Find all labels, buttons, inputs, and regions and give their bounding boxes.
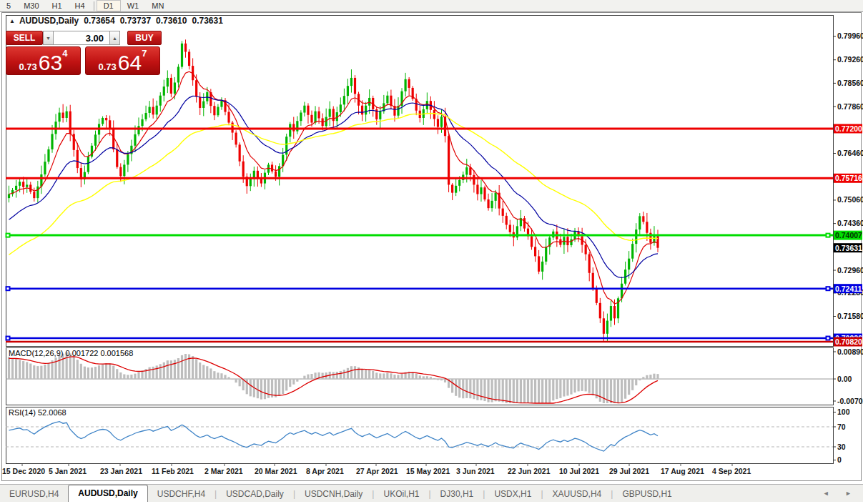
macd-bar xyxy=(19,360,21,379)
candle-body xyxy=(502,209,504,216)
macd-bar xyxy=(224,375,226,379)
candle-body xyxy=(433,110,435,119)
macd-bar xyxy=(541,379,543,403)
date-label: 17 Aug 2021 xyxy=(661,467,704,475)
tab-eurusd-h4[interactable]: EURUSD,H4 xyxy=(0,487,68,502)
candle-body xyxy=(275,172,277,177)
macd-bar xyxy=(87,367,89,379)
timeframe-button-h4[interactable]: H4 xyxy=(69,0,92,11)
candle-body xyxy=(404,79,406,92)
timeframe-button-d1[interactable]: D1 xyxy=(97,0,121,11)
date-label: 29 Jul 2021 xyxy=(609,467,649,475)
volume-down-button[interactable]: ▼ xyxy=(43,31,54,45)
macd-bar xyxy=(527,379,529,403)
timeframe-button-h1[interactable]: H1 xyxy=(46,0,69,11)
candle-body xyxy=(36,187,39,198)
candle-body xyxy=(588,255,591,273)
macd-label: MACD(12,26,9) 0.001722 0.001568 xyxy=(9,349,133,357)
macd-bar xyxy=(365,370,367,379)
tab-audusd-daily[interactable]: AUDUSD,Daily xyxy=(68,485,147,502)
macd-bar xyxy=(102,364,104,379)
macd-bar xyxy=(433,378,435,379)
axis-badge-0.72411-text: 0.72411 xyxy=(835,285,862,293)
macd-bar xyxy=(400,374,403,379)
sell-price-big: 63 xyxy=(39,54,62,72)
axis-badge-0.75716-text: 0.75716 xyxy=(835,174,862,182)
date-label: 4 Sep 2021 xyxy=(712,467,751,475)
chevron-up-icon: ▲ xyxy=(112,36,117,41)
date-label: 27 Apr 2021 xyxy=(356,467,398,475)
price-tick-label: 0.78560 xyxy=(837,79,863,87)
volume-up-button[interactable]: ▲ xyxy=(109,31,120,45)
macd-bar xyxy=(469,379,471,398)
macd-bar xyxy=(22,361,24,379)
candle-body xyxy=(300,113,302,122)
candle-body xyxy=(134,134,136,146)
macd-bar xyxy=(220,373,222,379)
macd-bar xyxy=(520,379,522,403)
sell-price-pip: 4 xyxy=(62,48,67,59)
candle-body xyxy=(408,79,410,88)
macd-bar xyxy=(538,379,540,403)
buy-button[interactable]: BUY xyxy=(127,31,162,45)
macd-bar xyxy=(415,374,418,379)
macd-bar xyxy=(350,366,352,379)
candle-body xyxy=(242,162,245,177)
tab-usdx-h1[interactable]: USDX,H1 xyxy=(485,487,541,502)
macd-bar xyxy=(563,379,565,397)
candle-body xyxy=(156,106,158,115)
macd-bar xyxy=(29,364,31,380)
macd-bar xyxy=(227,377,230,379)
candle-body xyxy=(58,113,60,122)
timeframe-button-w1[interactable]: W1 xyxy=(121,0,146,11)
macd-bar xyxy=(343,370,345,379)
macd-bar xyxy=(462,379,464,398)
candle-body xyxy=(386,96,388,104)
candle-body xyxy=(188,51,190,66)
candle-body xyxy=(127,154,129,164)
macd-bar xyxy=(631,379,633,390)
timeframe-button-m30[interactable]: M30 xyxy=(17,0,45,11)
candle-body xyxy=(271,164,273,171)
candle-body xyxy=(26,184,28,187)
tab-xauusd-h4[interactable]: XAUUSD,H4 xyxy=(543,487,611,502)
tab-ukoil-h1[interactable]: UKOil,H1 xyxy=(374,487,428,502)
axis-badge-0.70820-text: 0.70820 xyxy=(835,337,862,346)
tab-usdcad-daily[interactable]: USDCAD,Daily xyxy=(217,487,293,502)
candle-body xyxy=(278,166,280,177)
buy-price-button[interactable]: 0.73 64 7 xyxy=(85,46,160,75)
tab-usdcnh-daily[interactable]: USDCNH,Daily xyxy=(295,487,372,502)
macd-name: MACD(12,26,9) xyxy=(9,349,63,357)
tab-gbpusd-h1[interactable]: GBPUSD,H1 xyxy=(613,487,681,502)
candle-body xyxy=(631,244,633,259)
macd-bar xyxy=(296,379,298,382)
macd-bar xyxy=(653,374,655,379)
axis-badge-0.74007-text: 0.74007 xyxy=(835,231,862,239)
macd-bar xyxy=(58,355,60,379)
macd-bar xyxy=(112,366,114,379)
tab-usdchf-h4[interactable]: USDCHF,H4 xyxy=(148,487,214,502)
sell-price-button[interactable]: 0.73 63 4 xyxy=(6,46,81,75)
tab-scroll-arrows[interactable]: ◄ ► xyxy=(823,490,859,497)
candle-body xyxy=(235,133,237,145)
macd-bar xyxy=(368,370,370,379)
candle-body xyxy=(159,96,162,106)
rsi-name: RSI(14) xyxy=(9,408,36,417)
timeframe-button-5[interactable]: 5 xyxy=(0,0,17,11)
candle-body xyxy=(33,192,35,198)
collapse-quotes-icon[interactable]: ▲ xyxy=(9,18,15,24)
candle-body xyxy=(217,107,219,116)
volume-input[interactable] xyxy=(54,31,109,45)
candle-body xyxy=(62,113,64,118)
candle-body xyxy=(177,67,179,83)
macd-bar xyxy=(250,379,252,396)
timeframe-button-mn[interactable]: MN xyxy=(145,0,170,11)
tab-dj30-h1[interactable]: DJ30,H1 xyxy=(431,487,483,502)
sell-button[interactable]: SELL xyxy=(6,31,43,45)
chart-canvas[interactable]: 0.799600.792600.785600.778600.764600.750… xyxy=(0,0,863,504)
macd-bar xyxy=(642,377,644,379)
candle-body xyxy=(152,107,154,115)
price-tick-label: 0.74360 xyxy=(837,219,863,227)
macd-bar xyxy=(94,367,97,379)
candle-body xyxy=(566,237,568,245)
